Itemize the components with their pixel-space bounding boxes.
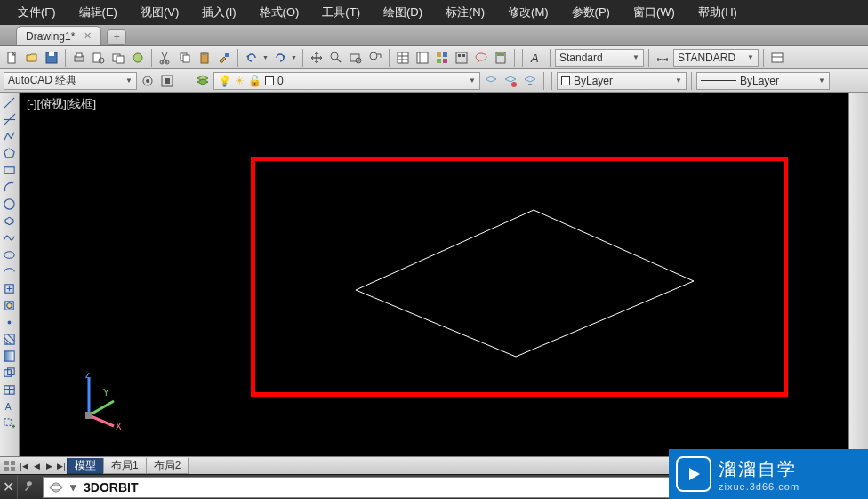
- mtext-icon[interactable]: A: [2, 398, 18, 414]
- quick-view-layouts-icon[interactable]: [2, 459, 18, 473]
- construction-line-icon[interactable]: [2, 111, 18, 127]
- print-icon[interactable]: [70, 49, 88, 67]
- drawn-rectangle-3d: [338, 201, 711, 370]
- new-file-icon[interactable]: [4, 49, 21, 67]
- redo-icon[interactable]: [271, 49, 289, 67]
- copy-icon[interactable]: [176, 49, 194, 67]
- menu-edit[interactable]: 编辑(E): [68, 1, 128, 24]
- publish-icon[interactable]: [109, 49, 127, 67]
- menu-modify[interactable]: 修改(M): [497, 1, 559, 24]
- workspace-combo[interactable]: AutoCAD 经典 ▼: [4, 72, 137, 90]
- menu-view[interactable]: 视图(V): [130, 1, 189, 24]
- paste-icon[interactable]: [196, 49, 213, 67]
- point-icon[interactable]: [2, 314, 18, 330]
- document-tab-active[interactable]: Drawing1* ✕: [16, 26, 101, 45]
- layer-combo[interactable]: 💡 ☀ 🔓 0 ▼: [213, 72, 480, 90]
- table-icon[interactable]: [2, 382, 18, 398]
- properties-icon[interactable]: [394, 49, 412, 67]
- tab-last-icon[interactable]: ▶|: [55, 460, 68, 472]
- color-combo[interactable]: ByLayer ▼: [557, 72, 687, 90]
- separator: [65, 49, 66, 67]
- layout-tab-model[interactable]: 模型: [67, 458, 104, 474]
- menu-format[interactable]: 格式(O): [249, 1, 310, 24]
- menu-draw[interactable]: 绘图(D): [373, 1, 433, 24]
- sun-icon: ☀: [235, 75, 245, 87]
- menu-help[interactable]: 帮助(H): [687, 1, 748, 24]
- undo-dropdown[interactable]: ▼: [262, 54, 269, 60]
- menu-dimension[interactable]: 标注(N): [435, 1, 495, 24]
- dim-style-icon[interactable]: [654, 49, 671, 67]
- match-properties-icon[interactable]: [215, 49, 233, 67]
- new-tab-button[interactable]: +: [107, 29, 126, 45]
- table-style-icon[interactable]: [768, 49, 786, 67]
- tool-palettes-icon[interactable]: [433, 49, 451, 67]
- menu-tools[interactable]: 工具(T): [311, 1, 371, 24]
- quickcalc-icon[interactable]: [492, 49, 510, 67]
- drawing-canvas[interactable]: [-][俯视][线框] Z Y X: [20, 93, 848, 456]
- zoom-window-icon[interactable]: [347, 49, 365, 67]
- svg-point-9: [133, 53, 142, 62]
- command-customize-icon[interactable]: [18, 477, 39, 498]
- command-close-icon[interactable]: ✕: [0, 475, 18, 500]
- revision-cloud-icon[interactable]: [2, 213, 18, 229]
- design-center-icon[interactable]: [453, 49, 470, 67]
- undo-icon[interactable]: [243, 49, 261, 67]
- chevron-down-icon: ▼: [125, 76, 133, 85]
- ellipse-icon[interactable]: [2, 246, 18, 262]
- insert-block-icon[interactable]: [2, 280, 18, 296]
- polygon-icon[interactable]: [2, 145, 18, 161]
- 3d-print-icon[interactable]: [129, 49, 147, 67]
- arc-icon[interactable]: [2, 179, 18, 195]
- svg-rect-8: [117, 56, 124, 63]
- add-selected-icon[interactable]: [2, 415, 18, 431]
- gradient-icon[interactable]: [2, 348, 18, 364]
- tab-close-icon[interactable]: ✕: [84, 30, 92, 42]
- polyline-icon[interactable]: [2, 128, 18, 144]
- sheet-set-icon[interactable]: [414, 49, 431, 67]
- svg-rect-13: [183, 55, 189, 62]
- hatch-icon[interactable]: [2, 331, 18, 347]
- menu-file[interactable]: 文件(F): [7, 1, 67, 24]
- menu-params[interactable]: 参数(P): [561, 1, 621, 24]
- dim-style-combo[interactable]: STANDARD ▼: [673, 49, 759, 67]
- workspace-save-icon[interactable]: [158, 72, 176, 90]
- zoom-realtime-icon[interactable]: [327, 49, 345, 67]
- cut-icon[interactable]: [157, 49, 174, 67]
- rectangle-icon[interactable]: [2, 162, 18, 178]
- svg-rect-36: [497, 53, 504, 56]
- markup-set-icon[interactable]: [472, 49, 490, 67]
- pan-icon[interactable]: [308, 49, 326, 67]
- print-preview-icon[interactable]: [90, 49, 108, 67]
- layout-tab-layout1[interactable]: 布局1: [103, 458, 147, 474]
- spline-icon[interactable]: [2, 229, 18, 245]
- watermark: 溜溜自学 zixue.3d66.com: [669, 449, 868, 499]
- svg-rect-49: [4, 166, 14, 173]
- svg-rect-28: [443, 52, 447, 57]
- layer-properties-icon[interactable]: [194, 72, 212, 90]
- text-style-icon[interactable]: A: [527, 49, 545, 67]
- layer-isolate-icon[interactable]: [502, 72, 519, 90]
- layout-tab-layout2[interactable]: 布局2: [146, 458, 189, 474]
- make-block-icon[interactable]: [2, 297, 18, 313]
- workspace-settings-icon[interactable]: [139, 72, 157, 90]
- viewport-label[interactable]: [-][俯视][线框]: [27, 96, 96, 112]
- line-icon[interactable]: [2, 94, 18, 110]
- ellipse-arc-icon[interactable]: [2, 263, 18, 279]
- text-style-combo[interactable]: Standard ▼: [555, 49, 644, 67]
- tab-first-icon[interactable]: |◀: [18, 460, 30, 472]
- linetype-combo[interactable]: ByLayer ▼: [696, 72, 830, 90]
- region-icon[interactable]: [2, 365, 18, 381]
- layer-previous-icon[interactable]: [521, 72, 539, 90]
- circle-icon[interactable]: [2, 196, 18, 212]
- menu-window[interactable]: 窗口(W): [623, 1, 686, 24]
- svg-rect-21: [398, 52, 408, 63]
- redo-dropdown[interactable]: ▼: [291, 54, 298, 60]
- layer-states-icon[interactable]: [482, 72, 500, 90]
- menu-insert[interactable]: 插入(I): [191, 1, 246, 24]
- tab-prev-icon[interactable]: ◀: [30, 460, 43, 472]
- tab-next-icon[interactable]: ▶: [43, 460, 55, 472]
- save-icon[interactable]: [43, 49, 60, 67]
- zoom-previous-icon[interactable]: [366, 49, 384, 67]
- svg-line-73: [89, 415, 114, 426]
- open-file-icon[interactable]: [23, 49, 41, 67]
